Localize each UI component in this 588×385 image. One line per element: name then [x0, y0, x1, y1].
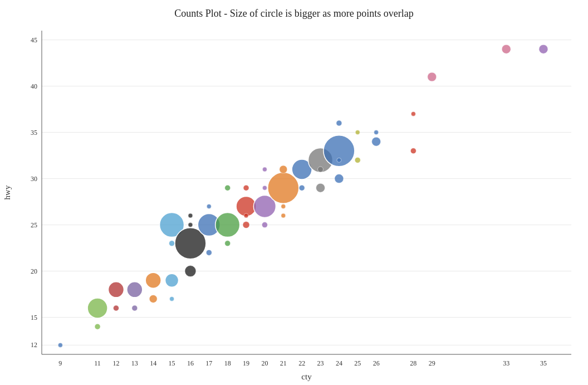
- data-point: [502, 45, 511, 53]
- x-tick: 26: [373, 359, 380, 367]
- x-tick: 12: [112, 359, 119, 367]
- x-tick: 18: [224, 359, 231, 367]
- data-point: [262, 222, 267, 228]
- data-point: [149, 295, 157, 303]
- y-tick: 40: [31, 82, 37, 90]
- data-point: [411, 111, 415, 116]
- data-point: [225, 185, 231, 191]
- x-tick: 20: [261, 359, 268, 367]
- data-point: [355, 157, 360, 163]
- data-point: [299, 185, 305, 191]
- data-point: [170, 296, 174, 301]
- y-axis-label: hwy: [3, 185, 12, 199]
- x-tick: 35: [540, 359, 547, 367]
- data-point: [280, 165, 287, 173]
- x-tick: 9: [58, 359, 62, 367]
- data-point: [185, 266, 196, 277]
- x-tick: 23: [317, 359, 324, 367]
- data-point: [95, 324, 100, 329]
- y-tick: 45: [31, 36, 37, 44]
- x-tick: 14: [150, 359, 156, 367]
- data-point: [113, 305, 119, 311]
- y-tick: 25: [31, 221, 37, 229]
- data-point: [169, 241, 175, 246]
- x-tick: 24: [336, 359, 342, 367]
- data-point: [318, 167, 324, 172]
- data-point: [410, 148, 416, 154]
- x-tick: 33: [503, 359, 509, 367]
- data-point: [281, 213, 286, 218]
- data-point: [243, 185, 249, 191]
- x-tick: 22: [298, 359, 305, 367]
- data-point: [108, 282, 124, 298]
- data-point: [244, 213, 248, 218]
- x-tick: 28: [410, 359, 416, 367]
- x-tick: 25: [354, 359, 361, 367]
- y-tick: 35: [31, 129, 37, 137]
- data-point: [336, 120, 342, 126]
- data-point: [145, 272, 161, 288]
- data-point: [372, 137, 381, 146]
- x-tick: 11: [94, 359, 101, 367]
- data-point: [165, 274, 179, 287]
- data-point: [262, 167, 267, 172]
- data-point: [87, 298, 107, 318]
- data-point: [316, 183, 325, 192]
- x-tick: 15: [169, 359, 175, 367]
- data-point: [132, 305, 138, 311]
- x-tick: 21: [280, 359, 287, 367]
- data-point: [281, 204, 286, 208]
- data-point: [188, 213, 193, 218]
- data-point: [127, 282, 143, 298]
- data-point: [243, 222, 249, 228]
- data-point: [268, 172, 299, 203]
- data-point: [355, 130, 360, 135]
- data-point: [206, 250, 212, 255]
- x-axis-label: cty: [301, 372, 312, 381]
- data-point: [335, 174, 344, 183]
- scatter-plot: Counts Plot - Size of circle is bigger a…: [0, 0, 588, 385]
- data-point: [58, 343, 62, 347]
- data-point: [207, 204, 211, 208]
- data-point: [215, 213, 240, 237]
- data-point: [225, 241, 231, 246]
- data-point: [337, 158, 341, 162]
- chart-container: Counts Plot - Size of circle is bigger a…: [0, 0, 588, 385]
- data-point: [188, 223, 193, 227]
- x-tick: 17: [205, 359, 212, 367]
- x-tick: 19: [243, 359, 249, 367]
- x-tick: 29: [429, 359, 435, 367]
- data-point: [428, 72, 437, 81]
- data-point: [374, 130, 379, 135]
- y-tick: 12: [31, 341, 37, 349]
- data-point: [262, 186, 267, 190]
- x-tick: 13: [131, 359, 138, 367]
- y-tick: 20: [31, 267, 37, 275]
- y-tick: 30: [31, 175, 37, 183]
- y-tick: 15: [31, 314, 37, 321]
- data-point: [539, 45, 548, 53]
- x-tick: 16: [187, 359, 194, 367]
- chart-title: Counts Plot - Size of circle is bigger a…: [174, 8, 413, 19]
